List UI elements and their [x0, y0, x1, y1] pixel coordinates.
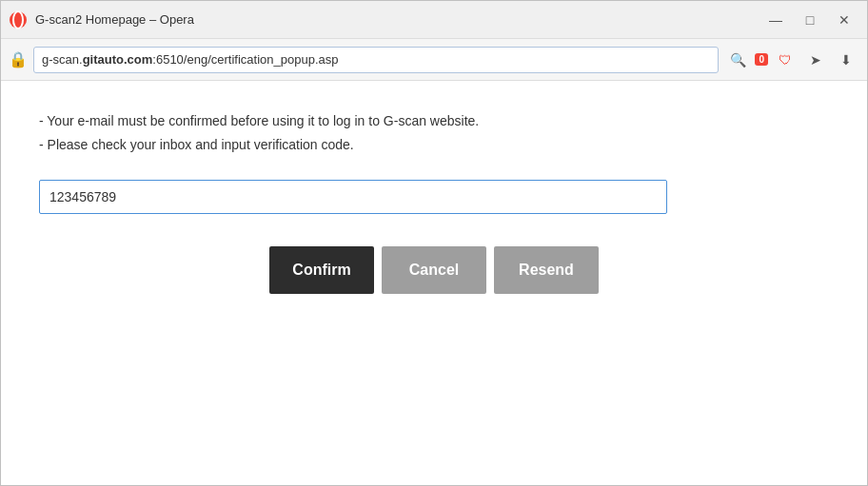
cancel-button[interactable]: Cancel	[382, 246, 486, 294]
browser-title: G-scan2 Homepage – Opera	[35, 12, 760, 27]
url-bold: gitauto.com	[83, 52, 153, 67]
shield-icon[interactable]: 🛡	[772, 47, 799, 73]
download-icon[interactable]: ⬇	[833, 47, 859, 73]
instruction-line-1: - Your e-mail must be confirmed before u…	[39, 109, 829, 133]
opera-badge: 0	[755, 53, 768, 66]
close-button[interactable]: ✕	[829, 7, 859, 33]
confirm-button[interactable]: Confirm	[269, 246, 374, 294]
verification-input[interactable]	[39, 180, 667, 214]
send-icon[interactable]: ➤	[802, 47, 829, 73]
button-row: Confirm Cancel Resend	[39, 246, 829, 294]
verification-section	[39, 180, 829, 214]
title-bar: G-scan2 Homepage – Opera — □ ✕	[1, 1, 867, 39]
address-bar: 🔒 g-scan.gitauto.com:6510/eng/certificat…	[1, 39, 867, 81]
maximize-button[interactable]: □	[795, 7, 825, 33]
opera-logo-icon	[9, 10, 28, 29]
address-actions: 🔍 0 🛡 ➤ ⬇	[724, 47, 859, 73]
minimize-button[interactable]: —	[760, 7, 791, 33]
instruction-line-2: - Please check your inbox and input veri…	[39, 133, 829, 157]
instructions: - Your e-mail must be confirmed before u…	[39, 109, 829, 157]
search-icon[interactable]: 🔍	[724, 47, 751, 73]
svg-point-0	[10, 11, 27, 29]
window-controls: — □ ✕	[760, 7, 859, 33]
page-content: - Your e-mail must be confirmed before u…	[1, 81, 867, 485]
resend-button[interactable]: Resend	[494, 246, 599, 294]
url-display[interactable]: g-scan.gitauto.com:6510/eng/certificatio…	[33, 47, 719, 73]
browser-window: G-scan2 Homepage – Opera — □ ✕ 🔒 g-scan.…	[0, 0, 868, 486]
url-prefix: g-scan.	[42, 52, 83, 67]
lock-icon: 🔒	[9, 50, 28, 68]
url-suffix: :6510/eng/certification_popup.asp	[152, 52, 338, 67]
